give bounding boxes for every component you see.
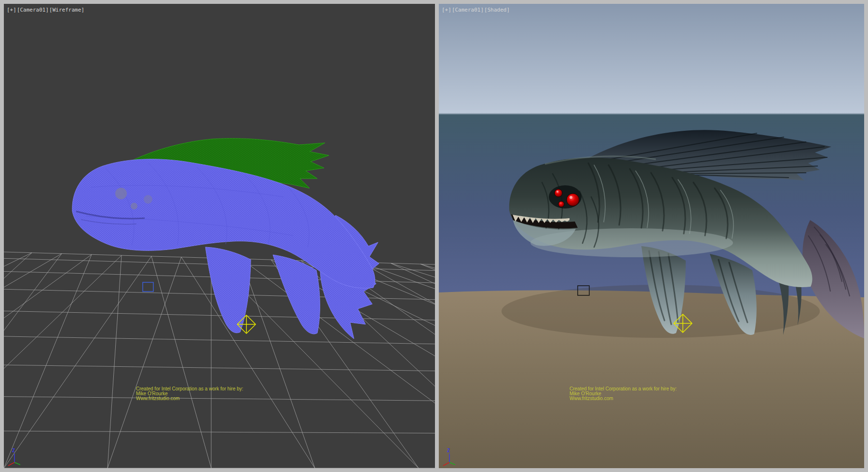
watermark-line3: Www.fritzstudio.com xyxy=(570,396,613,401)
watermark-line3: Www.fritzstudio.com xyxy=(136,396,180,401)
viewport-menu-general[interactable]: [+] xyxy=(7,7,16,13)
viewport-menu-shading[interactable]: [Wireframe] xyxy=(49,7,84,13)
viewport-menu-general[interactable]: [+] xyxy=(442,7,451,13)
viewport-frame: [+][Camera01][Wireframe] xyxy=(0,0,868,472)
eye-highlight xyxy=(570,196,572,199)
viewport-shaded[interactable]: [+][Camera01][Shaded] xyxy=(439,4,864,468)
viewport-menu-camera[interactable]: [Camera01] xyxy=(452,7,484,13)
eye-small[interactable] xyxy=(558,201,564,207)
viewport-label-right: [+][Camera01][Shaded] xyxy=(442,7,510,13)
viewport-menu-camera[interactable]: [Camera01] xyxy=(17,7,49,13)
eye-spot[interactable] xyxy=(131,203,137,209)
eye-large[interactable] xyxy=(567,194,579,206)
axis-z-label: Z xyxy=(12,448,15,453)
axis-z-label: Z xyxy=(447,448,450,453)
eye-medium[interactable] xyxy=(555,189,562,197)
shaded-canvas[interactable]: Created for Intel Corporation as a work … xyxy=(439,4,864,468)
eye-spot[interactable] xyxy=(144,195,152,204)
viewport-label-left: [+][Camera01][Wireframe] xyxy=(7,7,85,13)
eye-spot[interactable] xyxy=(115,188,127,199)
viewport-menu-shading[interactable]: [Shaded] xyxy=(484,7,510,13)
viewport-wireframe[interactable]: [+][Camera01][Wireframe] xyxy=(4,4,435,468)
wireframe-canvas[interactable]: Created for Intel Corporation as a work … xyxy=(4,4,435,468)
eye-highlight xyxy=(556,191,558,193)
